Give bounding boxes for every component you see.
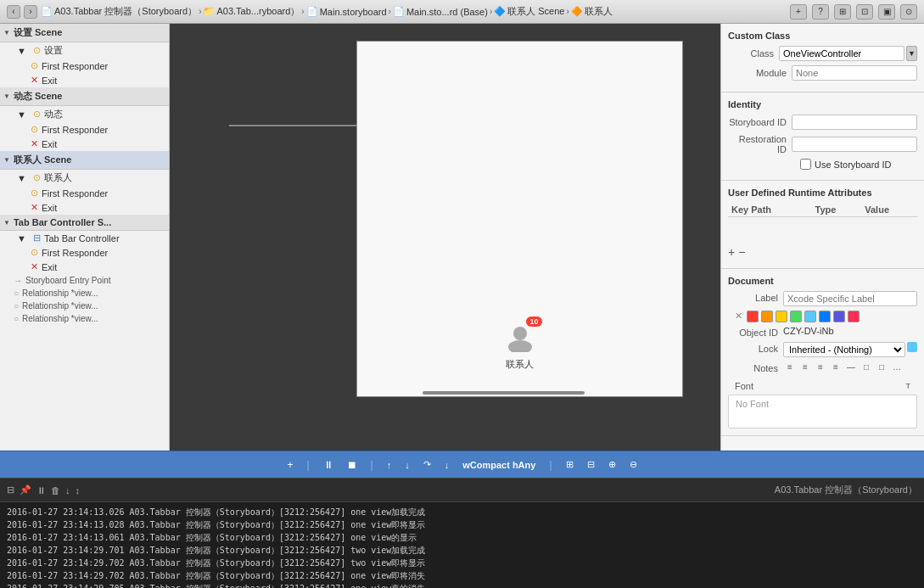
debug-pause-btn[interactable]: ⏸: [36, 485, 46, 496]
use-storyboard-checkbox[interactable]: [800, 159, 811, 170]
custom-class-title: Custom Class: [728, 31, 917, 41]
swatch-red[interactable]: [747, 311, 759, 322]
relationship-label-1: Relationship *view...: [22, 288, 98, 298]
notes-more[interactable]: …: [890, 361, 904, 373]
first-responder-tabbar[interactable]: ⊙ First Responder: [27, 245, 169, 260]
swatch-blue[interactable]: [819, 311, 831, 322]
scene-header-settings[interactable]: ▼ 设置 Scene: [0, 24, 169, 42]
breadcrumb-item-1[interactable]: 📄 A03.Tabbar 控制器（Storyboard）: [41, 5, 197, 18]
tree-sub-contacts: ⊙ First Responder ✕ Exit: [0, 186, 169, 215]
restoration-id-row: Restoration ID: [728, 134, 917, 154]
breadcrumb-item-6[interactable]: 🔶 联系人: [571, 5, 613, 18]
exit-tabbar[interactable]: ✕ Exit: [27, 260, 169, 274]
font-area: No Font: [728, 395, 917, 428]
lock-select[interactable]: Inherited - (Nothing): [783, 342, 905, 357]
grid-layout-btn[interactable]: ⊞: [566, 459, 574, 470]
relationship-3[interactable]: ○ Relationship *view...: [0, 312, 169, 325]
class-input-btn[interactable]: ▼: [906, 46, 917, 61]
help-btn[interactable]: ?: [812, 4, 829, 20]
debug-clear-btn[interactable]: ⊟: [7, 484, 14, 496]
forward-button[interactable]: ›: [24, 5, 37, 19]
font-expand-btn[interactable]: T: [906, 382, 918, 390]
add-canvas-btn[interactable]: +: [287, 459, 293, 471]
scene-header-dynamic[interactable]: ▼ 动态 Scene: [0, 87, 169, 106]
color-swatches-row: ✕: [728, 311, 917, 322]
stop-btn[interactable]: ⏹: [347, 459, 357, 471]
swatch-orange[interactable]: [761, 311, 773, 322]
relationship-1[interactable]: ○ Relationship *view...: [0, 287, 169, 300]
debug-stepover-btn[interactable]: ↷: [423, 459, 431, 470]
zoom-in-btn[interactable]: ⊕: [608, 459, 616, 470]
settings-btn[interactable]: ⊙: [900, 4, 917, 20]
pause-btn[interactable]: ⏸: [323, 459, 333, 471]
swatch-x[interactable]: ✕: [735, 311, 742, 322]
inspector-btn[interactable]: ⊡: [856, 4, 873, 20]
add-attr-btn[interactable]: +: [728, 246, 735, 258]
breadcrumb-item-3[interactable]: 📄 Main.storyboard: [306, 6, 387, 17]
exit-settings[interactable]: ✕ Exit: [27, 73, 169, 87]
debug-down-btn[interactable]: ↓: [405, 460, 410, 470]
exit-contacts[interactable]: ✕ Exit: [27, 200, 169, 215]
doc-label-input[interactable]: [783, 291, 917, 306]
attr-empty-row: [728, 217, 917, 243]
breadcrumb-item-2[interactable]: 📁 A03.Tab...ryboard）: [203, 5, 300, 18]
triangle-tabbar: ▼: [3, 219, 10, 227]
exit-dynamic[interactable]: ✕ Exit: [27, 137, 169, 151]
fit-btn[interactable]: ⊟: [587, 459, 595, 470]
notes-justify[interactable]: ≡: [829, 361, 843, 373]
canvas-area: 10 联系人: [170, 24, 720, 451]
grid-view-btn[interactable]: ⊞: [834, 4, 851, 20]
responder-icon-contacts: ⊙: [31, 188, 38, 199]
module-label: Module: [728, 68, 792, 78]
notes-align-left[interactable]: ≡: [783, 361, 797, 373]
relationship-2[interactable]: ○ Relationship *view...: [0, 300, 169, 312]
relationship-icon-1: ○: [14, 288, 19, 298]
debug-trash-btn[interactable]: 🗑: [51, 485, 60, 496]
first-responder-contacts[interactable]: ⊙ First Responder: [27, 186, 169, 200]
first-responder-settings[interactable]: ⊙ First Responder: [27, 59, 169, 73]
scene-header-tabbar[interactable]: ▼ Tab Bar Controller S...: [0, 215, 169, 231]
storyboard-entry[interactable]: → Storyboard Entry Point: [0, 274, 169, 287]
exit-settings-label: Exit: [42, 76, 57, 86]
debug-arrow-btn[interactable]: ↓: [65, 485, 70, 496]
remove-attr-btn[interactable]: −: [738, 246, 745, 258]
storyboard-id-input[interactable]: [792, 115, 917, 130]
debug-move-btn[interactable]: ↕: [76, 485, 81, 496]
back-button[interactable]: ‹: [7, 5, 20, 19]
tree-item-settings[interactable]: ▼ ⊙ 设置: [0, 42, 169, 59]
module-input[interactable]: [792, 65, 917, 81]
breadcrumb-item-5[interactable]: 🔷 联系人 Scene: [494, 5, 564, 18]
class-input[interactable]: [779, 46, 904, 61]
tree-item-contacts[interactable]: ▼ ⊙ 联系人: [0, 170, 169, 186]
debug-stepin-btn[interactable]: ↓: [445, 460, 450, 470]
debug-toolbar: ⊟ 📌 ⏸ 🗑 ↓ ↕ A03.Tabbar 控制器（Storyboard）: [0, 479, 924, 502]
tree-item-tabbar-ctrl[interactable]: ▼ ⊟ Tab Bar Controller: [0, 231, 169, 245]
breadcrumb-item-4[interactable]: 📄 Main.sto...rd (Base): [393, 6, 488, 17]
layout-btn[interactable]: ▣: [878, 4, 895, 20]
swatch-purple[interactable]: [833, 311, 845, 322]
notes-bullet[interactable]: □: [860, 361, 873, 373]
notes-align-right[interactable]: ≡: [814, 361, 827, 373]
add-toolbar-btn[interactable]: +: [790, 4, 807, 20]
tree-item-dynamic[interactable]: ▼ ⊙ 动态: [0, 106, 169, 122]
notes-align-center[interactable]: ≡: [798, 361, 812, 373]
swatch-yellow[interactable]: [776, 311, 787, 322]
swatch-pink[interactable]: [848, 311, 860, 322]
responder-icon-settings: ⊙: [31, 60, 38, 71]
first-responder-dynamic[interactable]: ⊙ First Responder: [27, 122, 169, 137]
swatch-green[interactable]: [790, 311, 802, 322]
controller-icon-dynamic: ⊙: [33, 109, 41, 120]
scene-header-contacts[interactable]: ▼ 联系人 Scene: [0, 151, 169, 170]
zoom-out-btn[interactable]: ⊖: [630, 459, 637, 470]
restoration-id-input[interactable]: [792, 137, 917, 152]
object-id-row: Object ID CZY-DV-iNb: [728, 326, 917, 338]
notes-row: Notes ≡ ≡ ≡ ≡ — □ □ …: [728, 361, 917, 377]
horizontal-scrollbar[interactable]: [423, 391, 585, 395]
exit-dynamic-label: Exit: [42, 139, 57, 149]
debug-up-btn[interactable]: ↑: [387, 460, 392, 470]
swatch-cyan[interactable]: [804, 311, 816, 322]
notes-numbered[interactable]: □: [875, 361, 888, 373]
action-sep-1: |: [306, 459, 309, 471]
dynamic-scene-label: 动态 Scene: [14, 90, 62, 103]
debug-pin-btn[interactable]: 📌: [20, 484, 31, 496]
